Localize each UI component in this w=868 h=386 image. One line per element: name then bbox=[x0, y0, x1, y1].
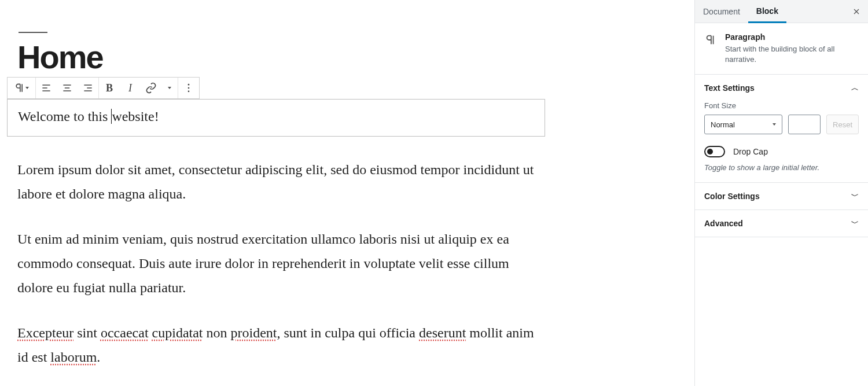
caret-down-icon bbox=[773, 123, 776, 126]
block-text-after-cursor: website! bbox=[112, 109, 159, 124]
align-center-icon bbox=[61, 82, 73, 94]
font-size-value: Normal bbox=[711, 120, 735, 129]
tab-document[interactable]: Document bbox=[695, 0, 748, 23]
bold-icon: B bbox=[106, 82, 113, 94]
italic-button[interactable]: I bbox=[120, 78, 141, 98]
caret-down-icon bbox=[25, 87, 29, 89]
tab-block[interactable]: Block bbox=[748, 1, 786, 23]
block-title: Paragraph bbox=[725, 32, 859, 42]
panel-title: Color Settings bbox=[704, 192, 760, 201]
font-size-custom-input[interactable] bbox=[788, 115, 821, 134]
settings-sidebar: Document Block Paragraph Start with the … bbox=[694, 0, 868, 386]
panel-title: Text Settings bbox=[704, 83, 755, 93]
more-vertical-icon bbox=[183, 82, 194, 94]
paragraph-block[interactable]: Lorem ipsum dolor sit amet, consectetur … bbox=[17, 157, 538, 206]
panel-toggle-advanced[interactable]: Advanced ﹀ bbox=[695, 210, 868, 237]
spellcheck-word[interactable]: proident bbox=[231, 325, 277, 340]
panel-text-settings: Text Settings ︿ Font Size Normal Reset D… bbox=[695, 75, 868, 183]
panel-advanced: Advanced ﹀ bbox=[695, 210, 868, 237]
selected-paragraph-block[interactable]: Welcome to this website! bbox=[7, 99, 545, 137]
block-more-options-button[interactable] bbox=[178, 78, 199, 98]
link-icon bbox=[145, 82, 157, 94]
align-left-button[interactable] bbox=[36, 78, 57, 98]
panel-toggle-color-settings[interactable]: Color Settings ﹀ bbox=[695, 183, 868, 209]
paragraph-block[interactable]: Excepteur sint occaecat cupidatat non pr… bbox=[17, 321, 538, 369]
drop-cap-label: Drop Cap bbox=[733, 147, 768, 156]
chevron-down-icon: ﹀ bbox=[851, 218, 859, 229]
editor-canvas[interactable]: Home B I bbox=[0, 0, 694, 386]
close-icon bbox=[852, 7, 861, 16]
panel-toggle-text-settings[interactable]: Text Settings ︿ bbox=[695, 75, 868, 101]
drop-cap-hint: Toggle to show a large initial letter. bbox=[704, 163, 859, 172]
chevron-down-icon: ﹀ bbox=[851, 191, 859, 201]
spellcheck-word[interactable]: cupidatat bbox=[152, 325, 203, 340]
font-size-label: Font Size bbox=[704, 101, 859, 110]
spellcheck-word[interactable]: Excepteur bbox=[17, 325, 73, 340]
font-size-reset-button[interactable]: Reset bbox=[826, 115, 859, 134]
align-center-button[interactable] bbox=[57, 78, 78, 98]
font-size-select[interactable]: Normal bbox=[704, 115, 782, 134]
panel-color-settings: Color Settings ﹀ bbox=[695, 183, 868, 210]
sidebar-tabs: Document Block bbox=[695, 0, 868, 23]
more-rich-text-button[interactable] bbox=[161, 78, 178, 98]
spellcheck-word[interactable]: laborum bbox=[50, 350, 97, 365]
block-description: Start with the building block of all nar… bbox=[725, 44, 859, 65]
italic-icon: I bbox=[128, 82, 132, 94]
pilcrow-icon bbox=[704, 34, 717, 46]
pilcrow-icon bbox=[14, 82, 25, 94]
block-text-before-cursor: Welcome to this bbox=[18, 109, 111, 124]
drop-cap-toggle[interactable] bbox=[704, 146, 725, 157]
page-title[interactable]: Home bbox=[17, 41, 677, 73]
chevron-up-icon: ︿ bbox=[851, 83, 859, 93]
bold-button[interactable]: B bbox=[99, 78, 120, 98]
link-button[interactable] bbox=[141, 78, 161, 98]
block-toolbar: B I bbox=[7, 77, 200, 99]
title-accent bbox=[19, 32, 47, 33]
paragraph-block[interactable]: Ut enim ad minim veniam, quis nostrud ex… bbox=[17, 227, 538, 300]
spellcheck-word[interactable]: deserunt bbox=[419, 325, 466, 340]
spellcheck-word[interactable]: occaecat bbox=[101, 325, 149, 340]
svg-point-0 bbox=[188, 84, 190, 86]
align-left-icon bbox=[41, 82, 52, 94]
align-right-icon bbox=[82, 82, 94, 94]
close-sidebar-button[interactable] bbox=[845, 0, 868, 23]
block-switcher-button[interactable] bbox=[8, 78, 35, 98]
svg-point-1 bbox=[188, 87, 190, 89]
align-right-button[interactable] bbox=[78, 78, 98, 98]
panel-title: Advanced bbox=[704, 219, 743, 228]
caret-down-icon bbox=[168, 87, 171, 89]
svg-point-2 bbox=[188, 91, 190, 93]
block-card: Paragraph Start with the building block … bbox=[695, 23, 868, 75]
